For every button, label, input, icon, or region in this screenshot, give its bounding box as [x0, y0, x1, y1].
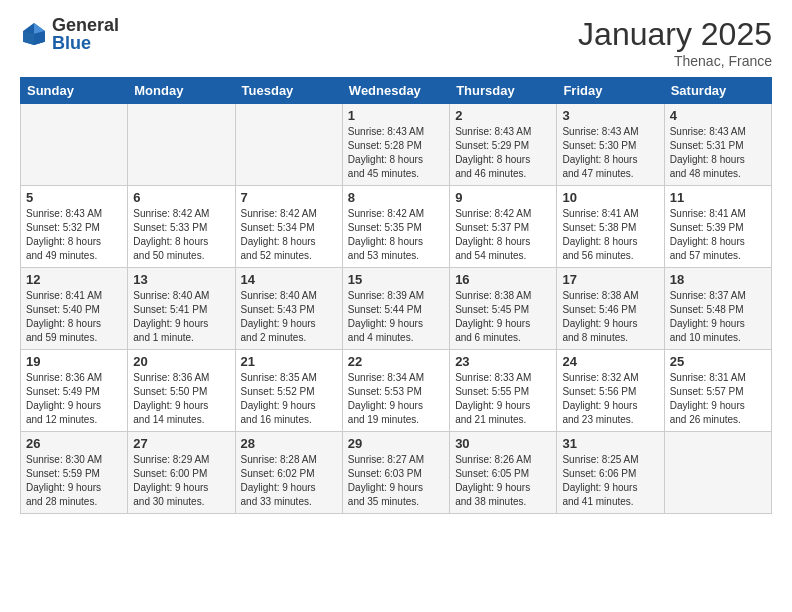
logo-text: General Blue: [52, 16, 119, 52]
logo-general-text: General: [52, 16, 119, 34]
day-info: Sunrise: 8:36 AM Sunset: 5:50 PM Dayligh…: [133, 371, 229, 427]
day-info: Sunrise: 8:43 AM Sunset: 5:31 PM Dayligh…: [670, 125, 766, 181]
day-info: Sunrise: 8:25 AM Sunset: 6:06 PM Dayligh…: [562, 453, 658, 509]
calendar-cell: 21Sunrise: 8:35 AM Sunset: 5:52 PM Dayli…: [235, 350, 342, 432]
day-number: 5: [26, 190, 122, 205]
calendar-cell: 26Sunrise: 8:30 AM Sunset: 5:59 PM Dayli…: [21, 432, 128, 514]
day-number: 4: [670, 108, 766, 123]
day-number: 8: [348, 190, 444, 205]
header-wednesday: Wednesday: [342, 78, 449, 104]
day-info: Sunrise: 8:38 AM Sunset: 5:46 PM Dayligh…: [562, 289, 658, 345]
calendar-cell: 4Sunrise: 8:43 AM Sunset: 5:31 PM Daylig…: [664, 104, 771, 186]
calendar-cell: 30Sunrise: 8:26 AM Sunset: 6:05 PM Dayli…: [450, 432, 557, 514]
calendar-cell: 20Sunrise: 8:36 AM Sunset: 5:50 PM Dayli…: [128, 350, 235, 432]
calendar-cell: 7Sunrise: 8:42 AM Sunset: 5:34 PM Daylig…: [235, 186, 342, 268]
day-number: 18: [670, 272, 766, 287]
day-number: 24: [562, 354, 658, 369]
day-number: 12: [26, 272, 122, 287]
location: Thenac, France: [578, 53, 772, 69]
day-info: Sunrise: 8:38 AM Sunset: 5:45 PM Dayligh…: [455, 289, 551, 345]
day-number: 7: [241, 190, 337, 205]
calendar-week-3: 12Sunrise: 8:41 AM Sunset: 5:40 PM Dayli…: [21, 268, 772, 350]
day-info: Sunrise: 8:28 AM Sunset: 6:02 PM Dayligh…: [241, 453, 337, 509]
month-title: January 2025: [578, 16, 772, 53]
calendar-cell: 13Sunrise: 8:40 AM Sunset: 5:41 PM Dayli…: [128, 268, 235, 350]
day-number: 3: [562, 108, 658, 123]
day-info: Sunrise: 8:41 AM Sunset: 5:40 PM Dayligh…: [26, 289, 122, 345]
day-number: 20: [133, 354, 229, 369]
day-number: 9: [455, 190, 551, 205]
calendar-cell: 2Sunrise: 8:43 AM Sunset: 5:29 PM Daylig…: [450, 104, 557, 186]
day-info: Sunrise: 8:43 AM Sunset: 5:32 PM Dayligh…: [26, 207, 122, 263]
day-info: Sunrise: 8:42 AM Sunset: 5:34 PM Dayligh…: [241, 207, 337, 263]
day-info: Sunrise: 8:43 AM Sunset: 5:28 PM Dayligh…: [348, 125, 444, 181]
day-number: 17: [562, 272, 658, 287]
day-number: 15: [348, 272, 444, 287]
day-info: Sunrise: 8:42 AM Sunset: 5:33 PM Dayligh…: [133, 207, 229, 263]
calendar-header: Sunday Monday Tuesday Wednesday Thursday…: [21, 78, 772, 104]
calendar-cell: 29Sunrise: 8:27 AM Sunset: 6:03 PM Dayli…: [342, 432, 449, 514]
day-info: Sunrise: 8:41 AM Sunset: 5:38 PM Dayligh…: [562, 207, 658, 263]
calendar-table: Sunday Monday Tuesday Wednesday Thursday…: [20, 77, 772, 514]
calendar-cell: 16Sunrise: 8:38 AM Sunset: 5:45 PM Dayli…: [450, 268, 557, 350]
day-number: 28: [241, 436, 337, 451]
day-info: Sunrise: 8:43 AM Sunset: 5:29 PM Dayligh…: [455, 125, 551, 181]
day-info: Sunrise: 8:41 AM Sunset: 5:39 PM Dayligh…: [670, 207, 766, 263]
calendar-cell: 24Sunrise: 8:32 AM Sunset: 5:56 PM Dayli…: [557, 350, 664, 432]
day-info: Sunrise: 8:40 AM Sunset: 5:43 PM Dayligh…: [241, 289, 337, 345]
day-number: 14: [241, 272, 337, 287]
day-number: 25: [670, 354, 766, 369]
calendar-cell: 11Sunrise: 8:41 AM Sunset: 5:39 PM Dayli…: [664, 186, 771, 268]
day-number: 19: [26, 354, 122, 369]
header-tuesday: Tuesday: [235, 78, 342, 104]
day-info: Sunrise: 8:30 AM Sunset: 5:59 PM Dayligh…: [26, 453, 122, 509]
header-row: Sunday Monday Tuesday Wednesday Thursday…: [21, 78, 772, 104]
calendar-cell: 5Sunrise: 8:43 AM Sunset: 5:32 PM Daylig…: [21, 186, 128, 268]
day-number: 11: [670, 190, 766, 205]
header-sunday: Sunday: [21, 78, 128, 104]
day-info: Sunrise: 8:32 AM Sunset: 5:56 PM Dayligh…: [562, 371, 658, 427]
day-number: 10: [562, 190, 658, 205]
day-info: Sunrise: 8:42 AM Sunset: 5:35 PM Dayligh…: [348, 207, 444, 263]
calendar-cell: 10Sunrise: 8:41 AM Sunset: 5:38 PM Dayli…: [557, 186, 664, 268]
calendar-cell: 8Sunrise: 8:42 AM Sunset: 5:35 PM Daylig…: [342, 186, 449, 268]
calendar-cell: 12Sunrise: 8:41 AM Sunset: 5:40 PM Dayli…: [21, 268, 128, 350]
calendar-cell: 3Sunrise: 8:43 AM Sunset: 5:30 PM Daylig…: [557, 104, 664, 186]
day-info: Sunrise: 8:40 AM Sunset: 5:41 PM Dayligh…: [133, 289, 229, 345]
day-info: Sunrise: 8:29 AM Sunset: 6:00 PM Dayligh…: [133, 453, 229, 509]
day-number: 23: [455, 354, 551, 369]
calendar-week-2: 5Sunrise: 8:43 AM Sunset: 5:32 PM Daylig…: [21, 186, 772, 268]
calendar-cell: 23Sunrise: 8:33 AM Sunset: 5:55 PM Dayli…: [450, 350, 557, 432]
day-number: 13: [133, 272, 229, 287]
day-info: Sunrise: 8:33 AM Sunset: 5:55 PM Dayligh…: [455, 371, 551, 427]
calendar-cell: [235, 104, 342, 186]
day-number: 31: [562, 436, 658, 451]
calendar-cell: 22Sunrise: 8:34 AM Sunset: 5:53 PM Dayli…: [342, 350, 449, 432]
calendar-cell: 28Sunrise: 8:28 AM Sunset: 6:02 PM Dayli…: [235, 432, 342, 514]
day-number: 30: [455, 436, 551, 451]
logo-blue-text: Blue: [52, 34, 119, 52]
calendar-cell: [128, 104, 235, 186]
day-info: Sunrise: 8:36 AM Sunset: 5:49 PM Dayligh…: [26, 371, 122, 427]
day-number: 22: [348, 354, 444, 369]
header-saturday: Saturday: [664, 78, 771, 104]
calendar-cell: 19Sunrise: 8:36 AM Sunset: 5:49 PM Dayli…: [21, 350, 128, 432]
logo: General Blue: [20, 16, 119, 52]
calendar-cell: 31Sunrise: 8:25 AM Sunset: 6:06 PM Dayli…: [557, 432, 664, 514]
calendar-cell: [21, 104, 128, 186]
day-info: Sunrise: 8:26 AM Sunset: 6:05 PM Dayligh…: [455, 453, 551, 509]
calendar-cell: [664, 432, 771, 514]
header-thursday: Thursday: [450, 78, 557, 104]
calendar-cell: 27Sunrise: 8:29 AM Sunset: 6:00 PM Dayli…: [128, 432, 235, 514]
day-number: 6: [133, 190, 229, 205]
day-info: Sunrise: 8:35 AM Sunset: 5:52 PM Dayligh…: [241, 371, 337, 427]
calendar-cell: 14Sunrise: 8:40 AM Sunset: 5:43 PM Dayli…: [235, 268, 342, 350]
calendar-cell: 6Sunrise: 8:42 AM Sunset: 5:33 PM Daylig…: [128, 186, 235, 268]
calendar-week-5: 26Sunrise: 8:30 AM Sunset: 5:59 PM Dayli…: [21, 432, 772, 514]
day-info: Sunrise: 8:31 AM Sunset: 5:57 PM Dayligh…: [670, 371, 766, 427]
day-number: 21: [241, 354, 337, 369]
day-info: Sunrise: 8:42 AM Sunset: 5:37 PM Dayligh…: [455, 207, 551, 263]
calendar-week-4: 19Sunrise: 8:36 AM Sunset: 5:49 PM Dayli…: [21, 350, 772, 432]
calendar-cell: 25Sunrise: 8:31 AM Sunset: 5:57 PM Dayli…: [664, 350, 771, 432]
day-number: 1: [348, 108, 444, 123]
